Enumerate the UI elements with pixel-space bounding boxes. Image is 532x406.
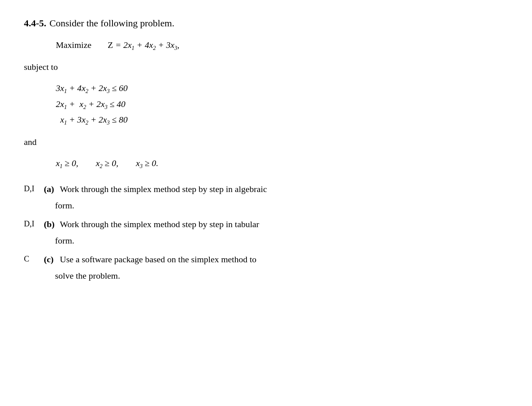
nonnegativity-block: x1 ≥ 0, x2 ≥ 0, x3 ≥ 0.	[56, 156, 508, 170]
problem-number: 4.4-5.	[24, 16, 46, 30]
part-b-text: Work through the simplex method step by …	[60, 218, 508, 231]
constraint-2: 2x1 + x2 + 2x3 ≤ 40	[56, 97, 508, 111]
part-b-label: (b)	[44, 218, 55, 231]
and-label: and	[24, 135, 508, 149]
problem-title: Consider the following problem.	[49, 16, 174, 30]
part-c-continuation: solve the problem.	[24, 269, 508, 282]
nonnegativity: x1 ≥ 0, x2 ≥ 0, x3 ≥ 0.	[56, 156, 508, 170]
part-a-line: D,I (a) Work through the simplex method …	[24, 182, 508, 196]
subject-to-label: subject to	[24, 60, 508, 73]
maximize-label: Maximize	[56, 38, 108, 51]
maximize-line: Maximize Z = 2x1 + 4x2 + 3x3,	[56, 38, 508, 52]
part-c-tag: C	[24, 253, 44, 265]
problem-header: 4.4-5. Consider the following problem.	[24, 16, 508, 30]
part-a-label: (a)	[44, 182, 55, 196]
part-b-continuation: form.	[24, 234, 508, 247]
constraints-block: 3x1 + 4x2 + 2x3 ≤ 60 2x1 + x2 + 2x3 ≤ 40…	[56, 81, 508, 127]
objective-function: Z = 2x1 + 4x2 + 3x3,	[108, 38, 179, 52]
part-c-line: C (c) Use a software package based on th…	[24, 253, 508, 266]
part-a-tag: D,I	[24, 182, 44, 194]
parts-block: D,I (a) Work through the simplex method …	[24, 182, 508, 282]
part-c-text: Use a software package based on the simp…	[60, 253, 508, 266]
part-a-continuation: form.	[24, 199, 508, 212]
part-a-text: Work through the simplex method step by …	[60, 182, 508, 196]
part-c-label: (c)	[44, 253, 55, 266]
part-c-continuation-text: solve the problem.	[55, 269, 120, 282]
constraint-3: x1 + 3x2 + 2x3 ≤ 80	[56, 113, 508, 127]
constraint-1: 3x1 + 4x2 + 2x3 ≤ 60	[56, 81, 508, 95]
part-a-continuation-text: form.	[55, 199, 74, 212]
part-b-line: D,I (b) Work through the simplex method …	[24, 218, 508, 231]
part-b-continuation-text: form.	[55, 234, 74, 247]
part-b-tag: D,I	[24, 218, 44, 230]
